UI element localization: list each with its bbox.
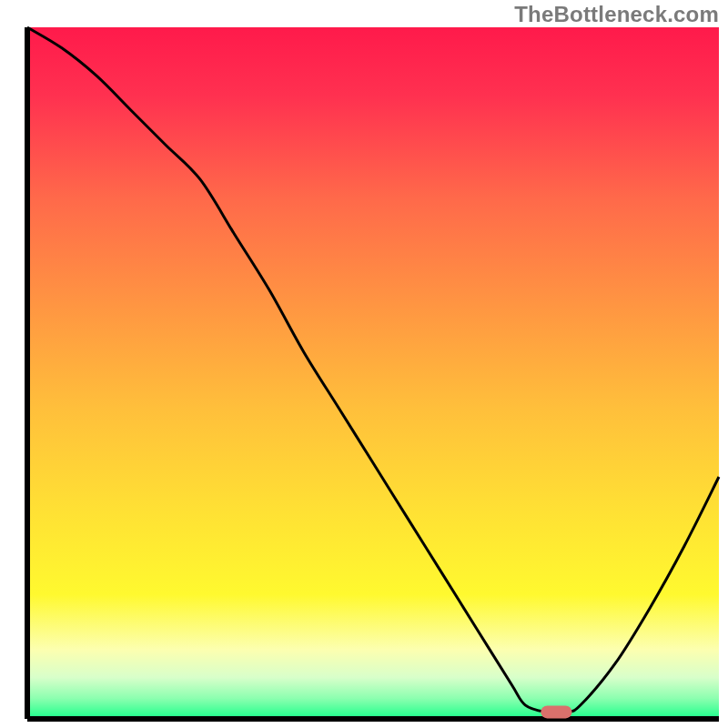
chart-container: TheBottleneck.com — [0, 0, 728, 728]
bottleneck-chart — [0, 0, 728, 728]
optimum-marker — [541, 705, 571, 718]
plot-background — [27, 27, 719, 719]
